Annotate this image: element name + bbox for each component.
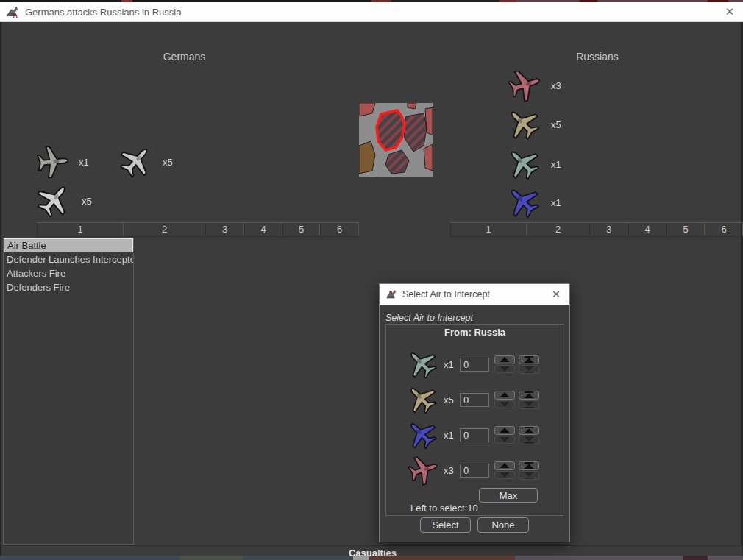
spinner bbox=[494, 461, 515, 479]
attacker-unit-fighter: x5 bbox=[115, 144, 173, 180]
dialog-icon bbox=[385, 288, 397, 300]
battle-window-titlebar: A Germans attacks Russians in Russia ✕ bbox=[0, 2, 743, 22]
dice-column: 3 bbox=[205, 223, 244, 236]
intercept-count-input[interactable] bbox=[460, 358, 489, 372]
unit-count: x5 bbox=[82, 196, 92, 207]
fighter-icon bbox=[497, 175, 551, 230]
spinner-up-button[interactable] bbox=[494, 355, 515, 364]
intercept-row-tactical-bomber: x3 bbox=[402, 454, 543, 486]
attacker-unit-bomber: x5 bbox=[31, 182, 92, 219]
window-title: Germans attacks Russians in Russia bbox=[25, 7, 717, 18]
defender-unit-fighter-teal: x1 bbox=[503, 146, 561, 182]
spinner-up-button[interactable] bbox=[494, 391, 515, 400]
left-to-select-label: Left to select:10 bbox=[410, 503, 478, 514]
max-button[interactable]: Max bbox=[479, 488, 538, 503]
defender-dice-scale: 1 2 3 4 5 6 bbox=[450, 222, 743, 237]
battle-window-content: Germans Russians bbox=[0, 22, 743, 556]
intercept-count-input[interactable] bbox=[460, 393, 489, 407]
screen: A Germans attacks Russians in Russia ✕ G… bbox=[0, 0, 743, 560]
unit-count: x5 bbox=[163, 157, 173, 168]
fighter-icon bbox=[108, 135, 163, 188]
intercept-panel: From: Russia x1 x5 bbox=[385, 324, 564, 516]
dice-column: 5 bbox=[666, 223, 705, 236]
none-button[interactable]: None bbox=[477, 517, 529, 533]
dice-column: 4 bbox=[628, 223, 666, 236]
app-icon: A bbox=[6, 5, 19, 18]
dice-column: 1 bbox=[450, 223, 527, 236]
dice-column: 4 bbox=[244, 223, 282, 236]
phase-item-air-battle[interactable]: Air Battle bbox=[4, 238, 133, 252]
defender-unit-fighter-tan: x5 bbox=[503, 107, 561, 142]
spinner-max-min bbox=[519, 461, 539, 479]
dice-column: 2 bbox=[124, 223, 205, 236]
spinner-min-button[interactable] bbox=[519, 400, 539, 409]
spinner bbox=[494, 355, 515, 373]
spinner-up-button[interactable] bbox=[494, 426, 515, 435]
unit-count: x5 bbox=[551, 119, 561, 130]
svg-text:A: A bbox=[13, 12, 18, 18]
spinner-max-button[interactable] bbox=[519, 355, 539, 364]
spinner-down-button[interactable] bbox=[494, 436, 515, 444]
phase-item-defenders-fire[interactable]: Defenders Fire bbox=[4, 280, 133, 294]
spinner-min-button[interactable] bbox=[519, 436, 539, 444]
attacker-header: Germans bbox=[1, 51, 367, 63]
unit-count: x1 bbox=[551, 197, 561, 208]
select-air-to-intercept-dialog: Select Air to Intercept ✕ Select Air to … bbox=[379, 283, 570, 542]
bomber-icon bbox=[24, 173, 82, 230]
spinner-down-button[interactable] bbox=[494, 471, 515, 480]
background-window-bottom-edge bbox=[0, 556, 743, 560]
spinner bbox=[494, 426, 515, 444]
dialog-titlebar: Select Air to Intercept ✕ bbox=[380, 284, 569, 305]
dialog-close-icon[interactable]: ✕ bbox=[549, 288, 564, 301]
phase-item-defender-launches-interceptors[interactable]: Defender Launches Interceptors bbox=[4, 252, 133, 266]
dice-column: 2 bbox=[527, 223, 589, 236]
spinner-down-button[interactable] bbox=[494, 365, 515, 374]
intercept-count-input[interactable] bbox=[460, 464, 489, 478]
unit-count: x3 bbox=[551, 80, 561, 91]
intercept-row-fighter-blue: x1 bbox=[402, 419, 543, 451]
unit-count: x1 bbox=[551, 159, 561, 170]
spinner-max-button[interactable] bbox=[519, 461, 539, 470]
spinner-min-button[interactable] bbox=[519, 365, 539, 374]
intercept-count-input[interactable] bbox=[460, 428, 489, 442]
unit-count: x1 bbox=[79, 157, 89, 168]
phase-item-attackers-fire[interactable]: Attackers Fire bbox=[4, 266, 133, 280]
spinner-down-button[interactable] bbox=[494, 400, 515, 409]
unit-count: x3 bbox=[444, 465, 460, 476]
spinner-max-min bbox=[519, 426, 539, 444]
defender-unit-tactical-bomber: x3 bbox=[503, 68, 561, 103]
spinner bbox=[494, 391, 515, 408]
spinner-max-button[interactable] bbox=[519, 426, 539, 435]
spinner-max-min bbox=[519, 355, 539, 373]
dice-column: 1 bbox=[37, 223, 124, 236]
dice-column: 6 bbox=[705, 223, 743, 236]
defender-header: Russians bbox=[450, 51, 743, 63]
attacker-dice-scale: 1 2 3 4 5 6 bbox=[37, 222, 359, 237]
dialog-title: Select Air to Intercept bbox=[402, 289, 544, 300]
dice-column: 3 bbox=[589, 223, 628, 236]
spinner-max-min bbox=[519, 391, 539, 408]
tactical-bomber-icon bbox=[401, 447, 444, 495]
spinner-up-button[interactable] bbox=[494, 461, 515, 470]
battle-territory-map bbox=[359, 103, 433, 177]
battle-phase-list: Air Battle Defender Launches Interceptor… bbox=[3, 238, 134, 545]
select-button[interactable]: Select bbox=[420, 517, 471, 533]
defender-unit-fighter-blue: x1 bbox=[503, 185, 561, 220]
window-close-icon[interactable]: ✕ bbox=[722, 5, 737, 18]
dice-column: 6 bbox=[320, 223, 359, 236]
spinner-max-button[interactable] bbox=[519, 391, 539, 400]
dialog-heading: Select Air to Intercept bbox=[385, 313, 473, 323]
dice-column: 5 bbox=[282, 223, 320, 236]
from-territory-label: From: Russia bbox=[386, 327, 564, 338]
spinner-min-button[interactable] bbox=[519, 471, 539, 480]
attacker-unit-tactical-bomber: x1 bbox=[31, 144, 89, 180]
